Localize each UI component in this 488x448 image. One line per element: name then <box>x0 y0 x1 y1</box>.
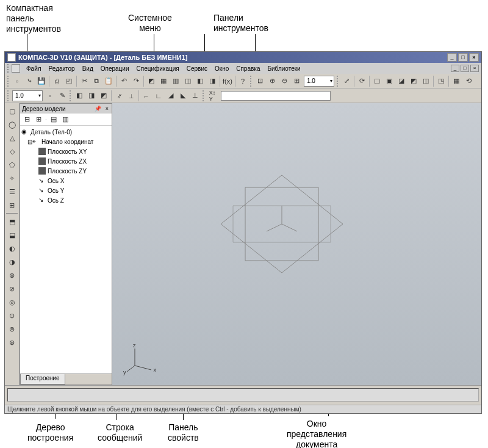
minimize-button[interactable]: _ <box>447 53 457 62</box>
tree-tool-button[interactable]: ⊞ <box>34 115 43 125</box>
iso-button[interactable]: ◳ <box>435 75 447 87</box>
menu-editor[interactable]: Редактор <box>45 65 79 72</box>
grip-icon[interactable] <box>203 90 205 101</box>
toolbox-button[interactable]: ⬠ <box>6 159 18 171</box>
toolbox-button[interactable]: ◎ <box>6 296 18 308</box>
tool-button[interactable]: ▦ <box>157 75 170 87</box>
hlr-button[interactable]: ▦ <box>450 75 462 87</box>
grip-icon[interactable] <box>7 64 10 73</box>
menu-file[interactable]: Файл <box>23 65 45 72</box>
tree-origin-item[interactable]: ⊟ ⌖ Начало координат <box>21 137 110 146</box>
tree-axis-item[interactable]: ↘ Ось X <box>21 176 110 186</box>
preview-button[interactable]: ◰ <box>63 75 75 87</box>
tool-button[interactable]: ⫽ <box>113 90 125 102</box>
grip-icon[interactable] <box>250 76 253 87</box>
mdi-restore-button[interactable]: □ <box>461 65 469 72</box>
mdi-close-button[interactable]: × <box>470 65 479 72</box>
display-edges-button[interactable]: ◩ <box>407 75 420 87</box>
tool-button[interactable]: ✎ <box>56 90 68 102</box>
close-button[interactable]: × <box>469 53 479 62</box>
menu-service[interactable]: Сервис <box>183 65 211 72</box>
tree-plane-item[interactable]: Плоскость XY <box>21 146 110 156</box>
copy-button[interactable]: ⧉ <box>90 75 102 87</box>
paste-button[interactable]: 📋 <box>102 75 115 87</box>
rotate-button[interactable]: ⟳ <box>356 75 368 87</box>
toolbox-button[interactable]: ⬒ <box>6 215 18 228</box>
toolbox-button[interactable]: ⊛ <box>6 336 18 349</box>
menu-libraries[interactable]: Библиотеки <box>264 65 304 72</box>
save-button[interactable]: 💾 <box>35 75 48 87</box>
tool-button[interactable]: ◦ <box>44 90 56 102</box>
menu-view[interactable]: Вид <box>79 65 97 72</box>
menu-window[interactable]: Окно <box>211 65 232 72</box>
tool-button[interactable]: ⊥ <box>189 90 201 102</box>
tree-pin-icon[interactable]: 📌 <box>95 106 102 112</box>
tool-button[interactable]: ▥ <box>170 75 182 87</box>
tree-close-icon[interactable]: × <box>106 106 110 112</box>
xy-button[interactable]: X↕Y <box>206 90 218 102</box>
toolbox-button[interactable]: ☰ <box>6 186 18 198</box>
tool-button[interactable]: ◢ <box>165 90 177 102</box>
tree-tool-button[interactable]: ▥ <box>60 115 70 125</box>
tool-button[interactable]: ◨ <box>206 75 218 87</box>
display-hidden-button[interactable]: ▣ <box>383 75 395 87</box>
grip-icon[interactable] <box>7 90 10 101</box>
tree-root-item[interactable]: ◉ Деталь (Тел-0) <box>21 127 110 137</box>
display-wireframe-button[interactable]: ▢ <box>371 75 383 87</box>
scale-combo[interactable]: 1.0 <box>12 90 43 101</box>
maximize-button[interactable]: □ <box>458 53 468 62</box>
tool-button[interactable]: ⟂ <box>125 90 137 102</box>
model-canvas[interactable]: z x y <box>112 103 481 385</box>
tree-axis-item[interactable]: ↘ Ось Z <box>21 195 110 205</box>
tool-button[interactable]: ⌐ <box>140 90 152 102</box>
tree-tab-build[interactable]: Построение <box>20 374 65 385</box>
toolbox-button[interactable]: ✧ <box>6 172 18 184</box>
help-button[interactable]: ? <box>237 75 249 87</box>
toolbox-button[interactable]: ◇ <box>6 145 18 157</box>
tool-button[interactable]: ◧ <box>73 90 85 102</box>
undo-button[interactable]: ↶ <box>118 75 130 87</box>
refresh-button[interactable]: ⟲ <box>462 75 475 87</box>
toolbox-button[interactable]: ⊗ <box>6 269 18 281</box>
tool-button[interactable]: ◩ <box>145 75 157 87</box>
display-shaded-button[interactable]: ◪ <box>395 75 407 87</box>
tree-tool-button[interactable]: ⊟ <box>22 115 32 125</box>
tool-button[interactable]: ◩ <box>98 90 110 102</box>
orient-button[interactable]: ⤢ <box>340 75 353 87</box>
toolbox-button[interactable]: ⊞ <box>6 199 18 211</box>
redo-button[interactable]: ↷ <box>130 75 142 87</box>
mdi-minimize-button[interactable]: _ <box>451 65 459 72</box>
menu-operations[interactable]: Операции <box>97 65 133 72</box>
toolbox-button[interactable]: ◐ <box>6 242 18 255</box>
toolbox-button[interactable]: ◑ <box>6 256 18 268</box>
zoom-in-button[interactable]: ⊕ <box>266 75 278 87</box>
toolbox-button[interactable]: △ <box>6 132 18 144</box>
new-doc-button[interactable]: ▫ <box>11 75 23 87</box>
tool-button[interactable]: ◣ <box>177 90 189 102</box>
toolbox-button[interactable]: ▢ <box>6 105 18 117</box>
tree-plane-item[interactable]: Плоскость ZX <box>21 156 110 166</box>
toolbox-button[interactable]: ⬓ <box>6 229 18 241</box>
properties-panel-inner[interactable] <box>7 388 479 402</box>
grip-icon[interactable] <box>7 76 10 87</box>
menu-specification[interactable]: Спецификация <box>133 65 183 72</box>
tool-button[interactable]: ◧ <box>194 75 206 87</box>
tree-axis-item[interactable]: ↘ Ось Y <box>21 186 110 195</box>
tree-plane-item[interactable]: Плоскость ZY <box>21 166 110 176</box>
tool-button[interactable]: ∟ <box>152 90 165 102</box>
zoom-window-button[interactable]: ⊞ <box>290 75 303 87</box>
cut-button[interactable]: ✂ <box>78 75 90 87</box>
zoom-combo[interactable]: 1.0 <box>304 76 334 87</box>
toolbox-button[interactable]: ◯ <box>6 118 18 131</box>
tool-button[interactable]: ◫ <box>182 75 194 87</box>
open-button[interactable]: ⤷ <box>23 75 35 87</box>
menu-help[interactable]: Справка <box>232 65 264 72</box>
print-button[interactable]: ⎙ <box>51 75 63 87</box>
grip-icon[interactable] <box>337 76 339 87</box>
zoom-fit-button[interactable]: ⊡ <box>254 75 266 87</box>
variables-button[interactable]: f(x) <box>221 75 234 87</box>
toolbox-button[interactable]: ⊚ <box>6 323 18 335</box>
zoom-out-button[interactable]: ⊖ <box>278 75 290 87</box>
toolbox-button[interactable]: ⊘ <box>6 283 18 295</box>
display-perspective-button[interactable]: ◫ <box>420 75 432 87</box>
